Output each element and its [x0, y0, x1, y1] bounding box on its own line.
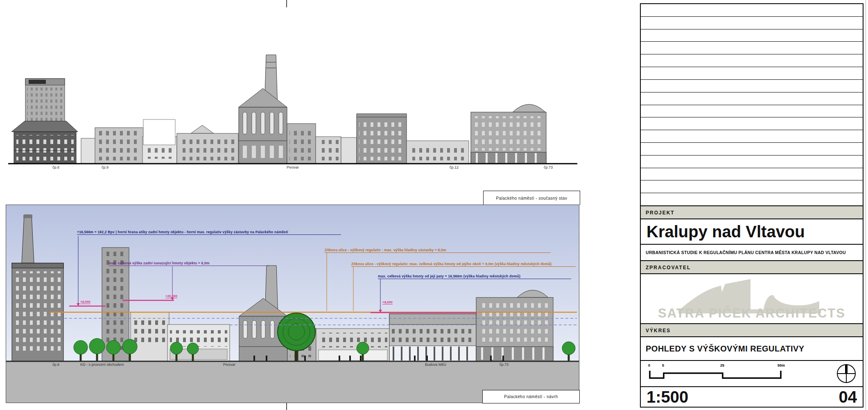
- height-regulation-annotation: +16,566m = 192,2 Bpv | horní hrana atiky…: [77, 230, 341, 235]
- ground-label: čp.12: [450, 165, 459, 169]
- row-buildings-right-proposal: [316, 329, 390, 361]
- revision-row: [641, 54, 863, 67]
- ground-label: čp.73: [500, 363, 509, 367]
- height-regulation-annotation: Zítkova ulice - výškový regulativ: max. …: [351, 262, 576, 267]
- top-elevation-drawing: [6, 0, 579, 191]
- revision-row: [641, 105, 863, 118]
- ground-label: Pivovar: [223, 363, 235, 367]
- brewery-building: [239, 55, 316, 164]
- sheet-number: 04: [839, 388, 857, 406]
- ground-label: Pivovar: [287, 165, 299, 169]
- project-label: PROJEKT: [641, 206, 863, 219]
- top-view-caption: Palackého náměstí - současný stav: [483, 191, 580, 205]
- revision-row: [641, 29, 863, 42]
- scale-bar-tick: 5: [662, 363, 664, 367]
- logo-text: SATRA PIČEK ARCHITECTS: [641, 306, 863, 321]
- title-block: PROJEKT Kralupy nad Vltavou URBANISTICKÁ…: [640, 3, 863, 408]
- elevation-mark: +8,000: [382, 300, 393, 304]
- drawing-label: VÝKRES: [641, 324, 863, 337]
- new-glass-building: [389, 314, 476, 361]
- ground-label: Budova MěÚ: [425, 363, 446, 367]
- elevation-mark: +20,000: [165, 294, 177, 298]
- author-logo: SATRA PIČEK ARCHITECTS: [641, 274, 863, 324]
- ground-label: čp.73: [544, 165, 553, 169]
- revision-row: [641, 143, 863, 155]
- drawing-title: POHLEDY S VÝŠKOVÝMI REGULATIVY: [641, 337, 863, 361]
- revision-row: [641, 92, 863, 105]
- ground-label: čp.9: [102, 165, 108, 169]
- scale-bar-row: 052550m: [641, 361, 863, 387]
- top-view-caption-text: Palackého náměstí - současný stav: [496, 196, 567, 200]
- height-regulation-annotation: max. celková výška zadní navazující hmot…: [108, 261, 269, 266]
- revision-row: [641, 67, 863, 80]
- town-hall-building-proposal: [476, 290, 553, 361]
- drawing-scale: 1:500: [646, 388, 688, 406]
- scale-bar-tick: 50m: [778, 363, 785, 367]
- revision-row: [641, 117, 863, 130]
- sheet-edge-line: [866, 0, 866, 410]
- scale-bar-ticks: 052550m: [646, 363, 793, 368]
- historic-house: [11, 121, 78, 164]
- height-regulation-annotation: Zítkova ulice - výškový regulativ : max.…: [325, 248, 551, 253]
- fold-mark-bottom: [286, 403, 287, 410]
- ground-label: KD - s provozní obchodem: [80, 363, 124, 367]
- revision-row: [641, 4, 863, 17]
- scale-and-number-row: 1:500 04: [641, 387, 863, 407]
- ground-label: čp.6: [52, 165, 59, 169]
- project-subtitle: URBANISTICKÁ STUDIE K REGULAČNÍMU PLÁNU …: [641, 245, 863, 261]
- bottom-view-caption: Palackého náměstí - návrh: [482, 390, 580, 403]
- revision-row: [641, 193, 863, 205]
- revision-row: [641, 168, 863, 181]
- revision-row: [641, 155, 863, 168]
- row-buildings-left: [81, 119, 238, 164]
- revision-row: [641, 42, 863, 54]
- revision-row: [641, 80, 863, 92]
- town-hall-building: [471, 104, 546, 164]
- revision-row: [641, 180, 863, 193]
- bottom-view-caption-text: Palackého náměstí - návrh: [504, 394, 558, 399]
- fold-mark-top: [286, 0, 287, 7]
- revision-table: [641, 4, 863, 206]
- row-buildings-right: [316, 114, 469, 164]
- elevation-mark: +8,000: [80, 300, 90, 304]
- project-name: Kralupy nad Vltavou: [641, 219, 863, 245]
- north-arrow-icon: [836, 363, 857, 384]
- author-label: ZPRACOVATEL: [641, 261, 863, 274]
- scale-bar-tick: 25: [720, 363, 724, 367]
- scale-bar-tick: 0: [648, 363, 650, 367]
- revision-row: [641, 17, 863, 29]
- revision-row: [641, 130, 863, 143]
- ground-label: čp.6: [52, 363, 59, 367]
- height-regulation-annotation: max. celková výška hmoty od její paty = …: [378, 274, 571, 279]
